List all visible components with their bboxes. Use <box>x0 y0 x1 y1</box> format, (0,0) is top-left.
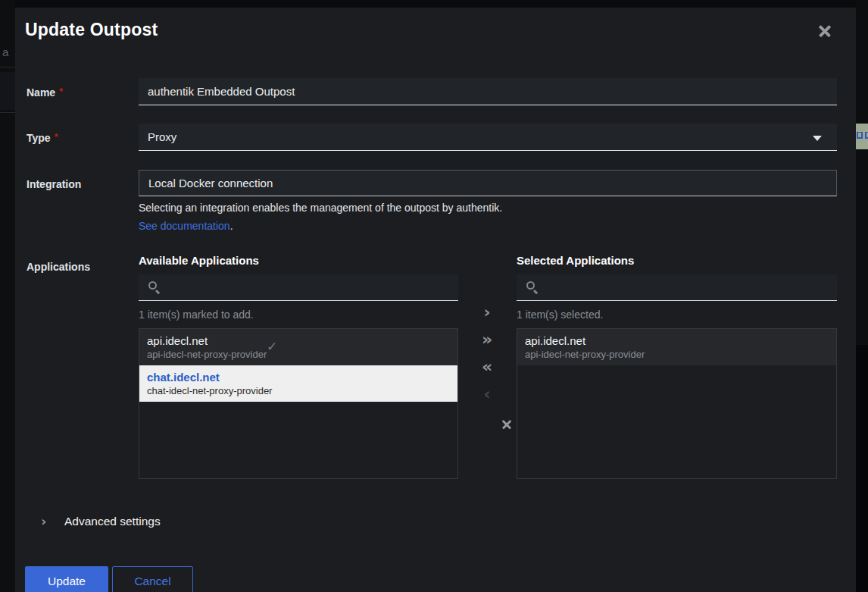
application-provider: api-idecl-net-proxy-provider <box>525 349 829 360</box>
name-label: Name* <box>27 86 63 99</box>
name-input[interactable] <box>139 78 837 105</box>
remove-selected-icon[interactable]: ‹ <box>476 385 498 405</box>
application-name: chat.idecl.net <box>147 371 450 384</box>
available-applications-list: api.idecl.net api-idecl-net-proxy-provid… <box>139 328 458 479</box>
advanced-settings-chevron-icon[interactable]: › <box>41 513 46 529</box>
selected-search-input[interactable] <box>545 274 832 299</box>
application-name: api.idecl.net <box>147 334 450 347</box>
integration-select-value: Local Docker connection <box>148 177 273 190</box>
type-select-value: Proxy <box>148 130 176 143</box>
background-glyph <box>865 132 868 139</box>
selected-applications-title: Selected Applications <box>517 254 634 267</box>
type-select[interactable]: Proxy <box>139 124 837 151</box>
application-provider: api-idecl-net-proxy-provider <box>147 349 450 360</box>
type-label: Type* <box>27 132 58 144</box>
available-status-text: 1 item(s) marked to add. <box>139 309 254 321</box>
advanced-settings-toggle[interactable]: Advanced settings <box>64 515 161 528</box>
close-icon[interactable] <box>816 23 833 39</box>
background-clipped-text: a <box>2 45 8 58</box>
background-divider <box>0 112 15 113</box>
background-highlighted-element <box>855 124 868 149</box>
background-divider <box>0 67 15 67</box>
application-name: api.idecl.net <box>525 334 829 347</box>
screen: a Update Outpost Name* Type* Proxy Integ… <box>0 0 868 592</box>
modal-title: Update Outpost <box>25 20 158 40</box>
search-icon <box>526 281 535 290</box>
cancel-button[interactable]: Cancel <box>112 566 193 592</box>
applications-label: Applications <box>27 261 90 273</box>
integration-select[interactable]: Local Docker connection <box>139 170 837 196</box>
update-button[interactable]: Update <box>25 566 108 592</box>
available-search-input[interactable] <box>167 274 454 299</box>
integration-help-text: Selecting an integration enables the man… <box>139 202 502 214</box>
clear-selection-icon[interactable] <box>500 418 514 431</box>
application-provider: chat-idecl-net-proxy-provider <box>147 385 450 396</box>
required-asterisk: * <box>59 86 63 97</box>
selected-status-text: 1 item(s) selected. <box>517 309 603 321</box>
available-item-api-idecl-net[interactable]: api.idecl.net api-idecl-net-proxy-provid… <box>139 329 457 365</box>
caret-down-icon <box>813 136 822 141</box>
documentation-link-row: See documentation. <box>139 220 233 232</box>
add-all-icon[interactable]: » <box>476 330 498 350</box>
selected-applications-list: api.idecl.net api-idecl-net-proxy-provid… <box>517 328 837 479</box>
available-item-chat-idecl-net[interactable]: chat.idecl.net chat-idecl-net-proxy-prov… <box>139 365 457 402</box>
available-search-box <box>139 274 458 301</box>
selected-item-api-idecl-net[interactable]: api.idecl.net api-idecl-net-proxy-provid… <box>517 329 836 365</box>
background-glyph <box>857 132 863 139</box>
integration-label: Integration <box>27 178 81 190</box>
background-page-block <box>0 72 15 110</box>
available-applications-title: Available Applications <box>139 254 259 267</box>
background-page-block <box>856 345 868 592</box>
search-icon <box>148 281 157 290</box>
see-documentation-link[interactable]: See documentation <box>139 220 230 232</box>
required-asterisk: * <box>55 132 58 143</box>
link-suffix: . <box>230 220 233 232</box>
check-icon: ✓ <box>267 339 277 355</box>
remove-all-icon[interactable]: « <box>476 358 498 377</box>
selected-search-box <box>517 274 837 301</box>
add-selected-icon[interactable]: › <box>476 303 498 323</box>
